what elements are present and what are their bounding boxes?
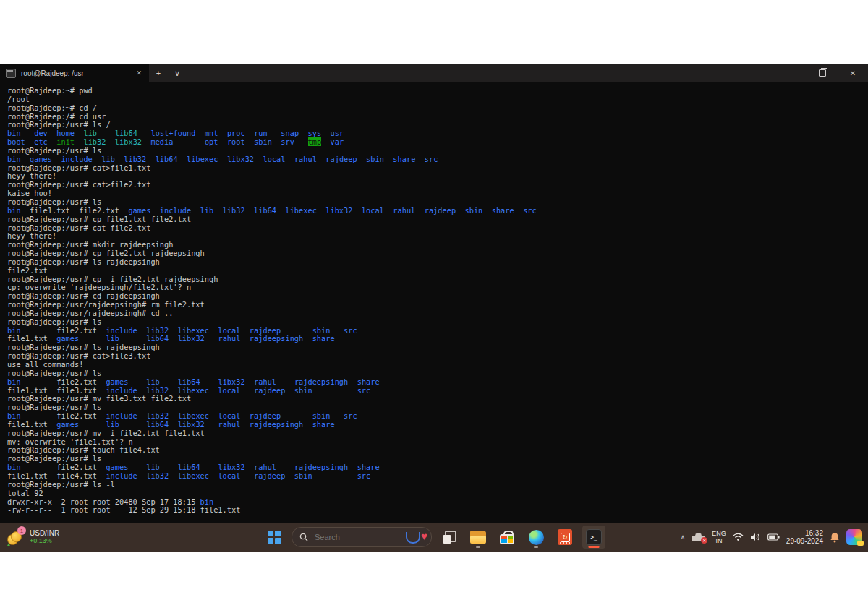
tab-title: root@Rajdeep: /usr — [21, 69, 129, 77]
terminal-line: root@Rajdeep:/usr# cat file2.txt — [7, 224, 868, 233]
terminal-line: root@Rajdeep:/# cd usr — [7, 113, 868, 121]
notifications-button[interactable] — [830, 532, 840, 543]
terminal-line: file1.txt file4.txt include lib32 libexe… — [7, 472, 868, 481]
copilot-button[interactable] — [846, 529, 862, 545]
terminal-line: root@Rajdeep:~# pwd — [7, 87, 868, 95]
wifi-icon — [733, 533, 744, 541]
restore-icon — [819, 69, 826, 77]
currency-pair-label: USD/INR — [30, 529, 59, 537]
cloud-error-badge: ✕ — [701, 537, 707, 544]
new-tab-button[interactable]: + — [149, 64, 168, 82]
minimize-button[interactable]: — — [777, 64, 807, 82]
terminal-line: root@Rajdeep:/usr# cat>file2.txt — [7, 181, 868, 189]
copilot-badge — [857, 541, 864, 546]
folder-icon — [470, 531, 486, 544]
terminal-line: root@Rajdeep:/usr# ls -l — [7, 481, 868, 489]
orange-app-icon: ↻ — [558, 529, 572, 545]
microsoft-store-button[interactable] — [495, 526, 519, 549]
close-button[interactable]: ✕ — [838, 64, 868, 82]
search-icon — [299, 533, 308, 541]
taskbar: 1 ▲ USD/INR +0.13% ♥ — [0, 523, 868, 552]
terminal-line: root@Rajdeep:~# cd / — [7, 104, 868, 113]
currency-change-label: +0.13% — [30, 537, 59, 545]
stethoscope-icon — [406, 532, 420, 544]
finance-widget-icon: 1 ▲ — [6, 528, 25, 546]
language-code: ENG — [712, 530, 726, 537]
heart-icon: ♥ — [421, 531, 427, 541]
window-controls: — ✕ — [777, 64, 868, 82]
volume-button[interactable] — [750, 533, 761, 541]
running-indicator — [534, 546, 538, 548]
tab-dropdown-button[interactable]: ∨ — [168, 64, 187, 82]
terminal-line: root@Rajdeep:/usr# mv -i file2.txt file1… — [7, 429, 868, 438]
terminal-titlebar: root@Rajdeep: /usr ✕ + ∨ — ✕ — [0, 64, 868, 82]
system-tray: ∧ ✕ ENG IN — [681, 523, 862, 552]
terminal-line: root@Rajdeep:/usr# touch file4.txt — [7, 446, 868, 455]
time-label: 16:32 — [805, 529, 823, 538]
active-app-indicator — [589, 546, 600, 548]
terminal-line: kaise hoo! — [7, 189, 868, 198]
terminal-line: root@Rajdeep:/usr# mv file3.txt file2.tx… — [7, 395, 868, 403]
terminal-icon: >_ — [586, 529, 602, 545]
store-icon — [500, 531, 514, 544]
widgets-button[interactable]: 1 ▲ USD/INR +0.13% — [6, 523, 59, 552]
terminal-line: root@Rajdeep:/usr# ls rajdeepsingh — [7, 258, 868, 267]
tab-close-icon[interactable]: ✕ — [135, 68, 143, 78]
restore-button[interactable] — [807, 64, 838, 82]
terminal-tab[interactable]: root@Rajdeep: /usr ✕ — [0, 64, 149, 82]
widget-badge: 1 — [17, 526, 26, 535]
bell-icon — [830, 532, 840, 543]
cloud-icon: ✕ — [692, 533, 705, 541]
terminal-line: root@Rajdeep:/usr# cat>file3.txt — [7, 352, 868, 361]
region-code: IN — [716, 537, 723, 544]
clock-button[interactable]: 16:32 29-09-2024 — [786, 529, 823, 546]
date-label: 29-09-2024 — [786, 537, 823, 546]
search-daily-image: ♥ — [405, 529, 428, 545]
search-input[interactable] — [313, 532, 400, 542]
start-button[interactable] — [263, 526, 286, 549]
terminal-line: -rw-r--r-- 1 root root 12 Sep 29 15:18 f… — [7, 506, 868, 515]
file-explorer-button[interactable] — [467, 526, 490, 549]
edge-button[interactable] — [524, 526, 548, 549]
running-indicator — [476, 546, 480, 548]
terminal-output[interactable]: root@Rajdeep:~# pwd/rootroot@Rajdeep:~# … — [0, 82, 868, 515]
desktop-screen: root@Rajdeep: /usr ✕ + ∨ — ✕ root@Rajdee… — [0, 0, 868, 613]
task-view-button[interactable] — [438, 526, 461, 549]
battery-icon — [767, 533, 780, 541]
terminal-taskbar-button[interactable]: >_ — [582, 526, 605, 549]
windows-logo-icon — [268, 531, 281, 544]
speaker-icon — [750, 533, 761, 541]
terminal-line: /root — [7, 95, 868, 104]
terminal-tab-icon — [6, 69, 16, 78]
onedrive-tray-button[interactable]: ✕ — [692, 533, 705, 541]
hidden-icons-button[interactable]: ∧ — [681, 533, 686, 541]
orange-app-button[interactable]: ↻ — [553, 526, 576, 549]
wifi-button[interactable] — [733, 533, 744, 541]
search-box[interactable]: ♥ — [292, 527, 432, 547]
terminal-line: boot etc init lib32 libx32 media opt roo… — [7, 138, 868, 147]
taskbar-center: ♥ ↻ — [263, 523, 605, 552]
edge-icon — [529, 530, 544, 545]
terminal-line: root@Rajdeep:/usr# cat>file1.txt — [7, 164, 868, 173]
terminal-line: use all commands! — [7, 361, 868, 369]
language-switcher[interactable]: ENG IN — [712, 530, 726, 544]
up-arrow-icon: ▲ — [6, 541, 12, 548]
battery-button[interactable] — [767, 533, 780, 541]
terminal-line: root@Rajdeep:/usr/rajdeepsingh# cd .. — [7, 309, 868, 318]
terminal-window: root@Rajdeep: /usr ✕ + ∨ — ✕ root@Rajdee… — [0, 64, 868, 523]
